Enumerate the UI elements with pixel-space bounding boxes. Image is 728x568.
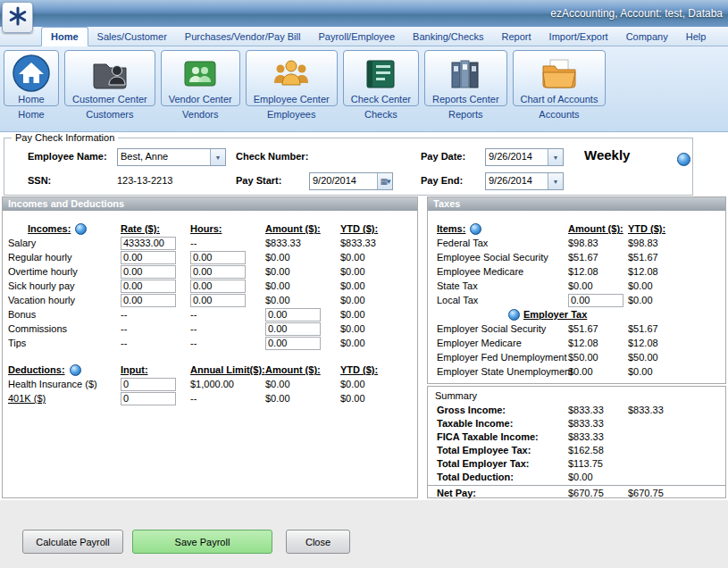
income-row-bonus: Bonus -- -- $0.00 xyxy=(3,307,417,322)
titlebar[interactable]: ezAccounting, Account: test, Databa xyxy=(0,0,728,27)
dropdown-arrow-icon[interactable] xyxy=(548,149,563,165)
tab-purchases-vendor[interactable]: Purchases/Vendor/Pay Bill xyxy=(176,28,310,46)
vendor-center-button[interactable]: Vendor Center xyxy=(161,50,240,106)
tab-report[interactable]: Report xyxy=(493,28,540,46)
hours-cell: -- xyxy=(190,338,265,348)
reports-center-button[interactable]: Reports Center xyxy=(424,50,507,106)
tips-amount-input[interactable] xyxy=(265,337,321,350)
dropdown-arrow-icon[interactable] xyxy=(210,149,225,165)
commissions-amount-input[interactable] xyxy=(265,322,321,336)
check-center-button[interactable]: Check Center xyxy=(343,50,419,106)
hours-cell: -- xyxy=(190,238,265,248)
regular-hours-input[interactable] xyxy=(190,251,246,264)
overtime-rate-input[interactable] xyxy=(121,265,176,279)
toolbar-caption: Home xyxy=(18,109,44,120)
calculate-payroll-button[interactable]: Calculate Payroll xyxy=(22,530,123,554)
dropdown-arrow-icon[interactable] xyxy=(548,173,563,189)
help-globe-icon[interactable] xyxy=(508,309,520,321)
health-insurance-input[interactable] xyxy=(121,378,176,391)
summary-title: Summary xyxy=(428,387,725,403)
employees-group-icon xyxy=(272,53,311,94)
summary-value: $162.58 xyxy=(568,445,628,455)
home-button[interactable]: Home xyxy=(4,50,59,106)
pay-end-label: Pay End: xyxy=(421,175,463,186)
salary-rate-input[interactable] xyxy=(121,237,176,250)
help-globe-icon[interactable] xyxy=(70,364,81,376)
amount-cell: $50.00 xyxy=(568,352,628,363)
amount-cell: $0.00 xyxy=(265,379,340,389)
menu-tabbar: Home Sales/Customer Purchases/Vendor/Pay… xyxy=(0,27,728,46)
tax-row-employer-fed-unemployment: Employer Fed Unemployment $50.00 $50.00 xyxy=(428,350,725,364)
col-input: Input: xyxy=(121,364,190,375)
ytd-cell: $0.00 xyxy=(340,379,417,389)
income-label: Salary xyxy=(3,238,121,248)
vacation-hours-input[interactable] xyxy=(190,294,246,307)
calendar-icon[interactable] xyxy=(377,173,392,189)
close-button[interactable]: Close xyxy=(286,530,350,554)
income-row-commissions: Commissions -- -- $0.00 xyxy=(3,322,417,336)
overtime-hours-input[interactable] xyxy=(190,265,246,279)
summary-panel: Summary Gross Income: $833.33 $833.33 Ta… xyxy=(427,386,726,498)
employee-center-button[interactable]: Employee Center xyxy=(246,50,338,106)
amount-cell: $98.83 xyxy=(568,238,628,248)
paycheck-section-title: Pay Check Information xyxy=(12,132,118,143)
income-label: Bonus xyxy=(3,309,121,320)
rate-cell: -- xyxy=(121,338,190,348)
ytd-cell: $51.67 xyxy=(628,323,725,334)
ytd-cell: $50.00 xyxy=(628,352,725,363)
401k-input[interactable] xyxy=(121,392,176,405)
col-ytd: YTD ($): xyxy=(628,223,725,234)
tab-help[interactable]: Help xyxy=(677,28,715,46)
toolbar-item-customer-center: Customer Center Customers xyxy=(64,50,155,131)
deductions-header-row: Deductions: Input: Annual Limit($): Amou… xyxy=(3,363,417,377)
regular-rate-input[interactable] xyxy=(121,251,176,264)
limit-cell: -- xyxy=(190,393,265,404)
app-logo-button[interactable] xyxy=(2,2,33,33)
pay-start-label: Pay Start: xyxy=(236,175,281,186)
tab-banking-checks[interactable]: Banking/Checks xyxy=(404,28,493,46)
check-number-label: Check Number: xyxy=(236,151,308,162)
tab-sales-customer[interactable]: Sales/Customer xyxy=(88,28,176,46)
tab-home[interactable]: Home xyxy=(41,27,88,46)
vendor-book-icon xyxy=(180,53,220,94)
amount-cell: $0.00 xyxy=(265,280,340,291)
customer-center-button[interactable]: Customer Center xyxy=(64,50,155,106)
pay-date-dropdown[interactable]: 9/26/2014 xyxy=(485,148,564,166)
toolbar-item-employee-center: Employee Center Employees xyxy=(246,50,338,131)
save-payroll-button[interactable]: Save Payroll xyxy=(132,530,272,554)
toolbar-button-label: Check Center xyxy=(351,94,411,104)
vacation-rate-input[interactable] xyxy=(121,294,176,307)
tab-payroll-employee[interactable]: Payroll/Employee xyxy=(309,28,404,46)
tax-row-employee-social-security: Employee Social Security $51.67 $51.67 xyxy=(428,250,725,264)
income-row-vacation-hourly: Vacation hourly $0.00 $0.00 xyxy=(3,293,417,307)
toolbar-button-label: Reports Center xyxy=(432,94,499,104)
ytd-cell: $0.00 xyxy=(340,393,417,404)
help-globe-icon[interactable] xyxy=(470,223,481,235)
pay-end-dropdown[interactable]: 9/26/2014 xyxy=(485,172,564,190)
help-globe-icon[interactable] xyxy=(677,153,690,166)
col-amount: Amount ($): xyxy=(265,364,340,375)
chart-of-accounts-button[interactable]: Chart of Accounts xyxy=(513,50,607,106)
tab-company[interactable]: Company xyxy=(617,28,677,46)
hours-cell: -- xyxy=(190,309,265,320)
pay-end-value: 9/26/2014 xyxy=(486,173,548,189)
ytd-cell: $0.00 xyxy=(340,309,417,320)
toolbar-item-reports-center: Reports Center Reports xyxy=(424,50,507,131)
sick-rate-input[interactable] xyxy=(121,280,176,293)
help-globe-icon[interactable] xyxy=(75,223,87,235)
pay-start-datepicker[interactable]: 9/20/2014 xyxy=(309,172,393,190)
local-tax-input[interactable] xyxy=(568,294,623,307)
pay-date-value: 9/26/2014 xyxy=(486,149,548,165)
income-row-salary: Salary -- $833.33 $833.33 xyxy=(3,236,417,250)
summary-value: $0.00 xyxy=(568,472,628,482)
hours-cell: -- xyxy=(190,323,265,334)
sick-hours-input[interactable] xyxy=(190,280,246,293)
ytd-cell: $51.67 xyxy=(628,252,725,263)
tax-row-employer-medicare: Employer Medicare $12.08 $12.08 xyxy=(428,336,725,350)
bonus-amount-input[interactable] xyxy=(265,308,321,322)
employee-name-dropdown[interactable]: Best, Anne xyxy=(117,148,226,166)
tab-import-export[interactable]: Import/Export xyxy=(540,28,617,46)
deduction-label: Health Insurance ($) xyxy=(3,379,121,389)
income-label: Sick hourly pay xyxy=(3,280,121,291)
toolbar-item-vendor-center: Vendor Center Vendors xyxy=(161,50,240,131)
